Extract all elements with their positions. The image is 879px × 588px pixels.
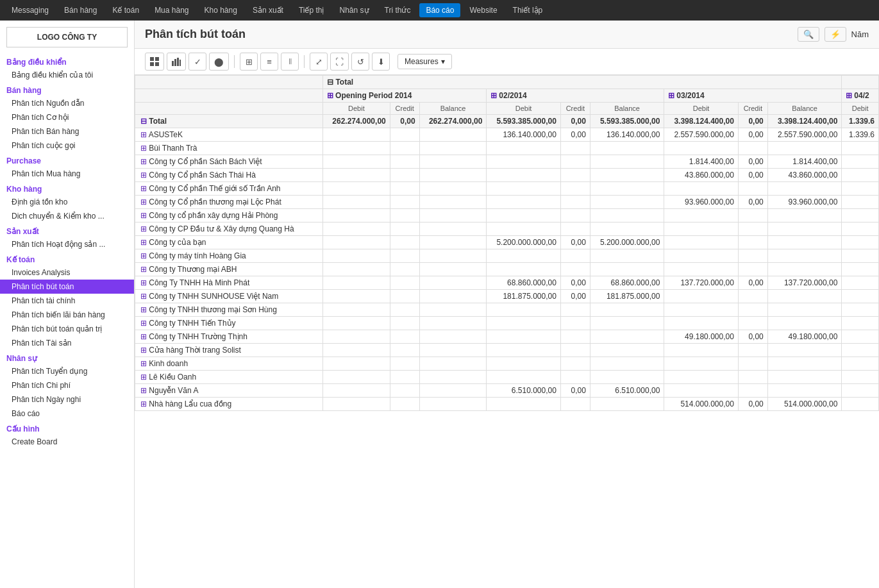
row-expand-icon[interactable]: ⊞ xyxy=(140,224,149,233)
expand-btn[interactable]: ⤢ xyxy=(310,53,328,71)
sidebar-item-phantichtaichinh[interactable]: Phân tích tài chính xyxy=(0,294,134,308)
sidebar: LOGO CÔNG TY Bảng điều khiển Bảng điều k… xyxy=(0,21,135,588)
row-entity-name: Công ty của bạn xyxy=(149,238,206,247)
sidebar-item-dinhgia[interactable]: Định giá tồn kho xyxy=(0,195,134,209)
view-table-btn[interactable] xyxy=(145,53,164,71)
nav-messaging[interactable]: Messaging xyxy=(5,3,55,17)
row-expand-icon[interactable]: ⊞ xyxy=(140,211,149,220)
search-button[interactable]: 🔍 xyxy=(798,27,819,42)
row-value-cell: 181.875.000,00 xyxy=(590,290,664,303)
row-value-cell xyxy=(767,236,842,249)
row-expand-icon[interactable]: ⊞ xyxy=(140,359,149,368)
row-expand-icon[interactable]: ⊞ xyxy=(140,238,149,247)
fullscreen-btn[interactable]: ⛶ xyxy=(330,53,349,71)
sidebar-item-banhang[interactable]: Phân tích Bán hàng xyxy=(0,124,134,139)
row-expand-icon[interactable]: ⊞ xyxy=(140,184,149,193)
nav-website[interactable]: Website xyxy=(463,3,503,17)
sidebar-item-ngaynghi[interactable]: Phân tích Ngày nghi xyxy=(0,392,134,407)
row-value-cell xyxy=(842,182,879,196)
filter-button[interactable]: ⚡ xyxy=(825,27,846,42)
nav-trithuc[interactable]: Tri thức xyxy=(378,3,417,17)
row-expand-icon[interactable]: ⊞ xyxy=(140,292,149,301)
sidebar-item-nguondan[interactable]: Phân tích Nguồn dẫn xyxy=(0,96,134,110)
nav-thietlap[interactable]: Thiết lập xyxy=(506,3,549,17)
sidebar-item-chiphi[interactable]: Phân tích Chi phí xyxy=(0,378,134,392)
row-value-cell xyxy=(390,344,419,357)
row-value-cell xyxy=(842,249,879,263)
row-expand-icon[interactable]: ⊞ xyxy=(140,305,149,314)
refresh-btn[interactable]: ↺ xyxy=(351,53,369,71)
row-value-cell xyxy=(664,142,739,155)
col-02-2014[interactable]: ⊞02/2014 xyxy=(487,89,664,103)
row-value-cell xyxy=(323,236,390,249)
row-expand-icon[interactable]: ⊟ xyxy=(140,117,149,126)
table-row: ⊞ Công ty Cổ phần Thế giới số Trần Anh xyxy=(135,182,879,196)
row-value-cell xyxy=(390,357,419,371)
table-row: ⊞ ASUSTeK136.140.000,000,00136.140.000,0… xyxy=(135,128,879,142)
row-expand-icon[interactable]: ⊞ xyxy=(140,265,149,274)
row-value-cell xyxy=(590,196,664,209)
row-value-cell: 0,00 xyxy=(738,330,767,344)
sidebar-item-phantichbuttoanqt[interactable]: Phân tích bút toán quản trị xyxy=(0,322,134,336)
row-label-cell: ⊞ ASUSTeK xyxy=(135,128,323,142)
sidebar-item-createboard[interactable]: Create Board xyxy=(0,435,134,449)
col-opening-period[interactable]: ⊞Opening Period 2014 xyxy=(323,89,487,103)
sidebar-item-muahang[interactable]: Phân tích Mua hàng xyxy=(0,167,134,181)
row-expand-icon[interactable]: ⊞ xyxy=(140,278,149,287)
row-value-cell xyxy=(738,249,767,263)
row-value-cell xyxy=(664,317,739,330)
view-grid-btn[interactable]: ⊞ xyxy=(240,53,258,71)
sidebar-item-phantichbuttoan[interactable]: Phân tích bút toán xyxy=(0,280,134,294)
year-selector[interactable]: Năm xyxy=(851,29,869,39)
col-04-partial[interactable]: ⊞04/2 xyxy=(842,89,879,103)
nav-baocao[interactable]: Báo cáo xyxy=(419,3,460,17)
row-expand-icon[interactable]: ⊞ xyxy=(140,157,149,166)
data-table-container[interactable]: ⊟ Total ⊞Opening Period 2014 ⊞02/2014 xyxy=(135,75,879,588)
nav-muahang[interactable]: Mua hàng xyxy=(148,3,195,17)
row-expand-icon[interactable]: ⊞ xyxy=(140,386,149,395)
nav-khohang[interactable]: Kho hàng xyxy=(198,3,244,17)
download-btn[interactable]: ⬇ xyxy=(372,53,390,71)
row-expand-icon[interactable]: ⊞ xyxy=(140,197,149,206)
nav-ketoan[interactable]: Kế toán xyxy=(106,3,146,17)
nav-banhang[interactable]: Bán hàng xyxy=(58,3,103,17)
nav-tiepthi[interactable]: Tiếp thị xyxy=(292,3,331,17)
sidebar-item-dichcuyen[interactable]: Dich chuyển & Kiểm kho ... xyxy=(0,209,134,223)
view-list-btn[interactable]: ≡ xyxy=(260,53,278,71)
measures-dropdown[interactable]: Measures ▾ xyxy=(398,54,452,69)
row-value-cell: 49.180.000,00 xyxy=(664,330,739,344)
col-03-2014[interactable]: ⊞03/2014 xyxy=(664,89,842,103)
row-expand-icon[interactable]: ⊞ xyxy=(140,171,149,180)
row-value-cell xyxy=(738,142,767,155)
table-row: ⊞ Nguyễn Văn A6.510.000,000,006.510.000,… xyxy=(135,384,879,398)
col-03-balance: Balance xyxy=(767,103,842,115)
row-entity-name: Công ty TNHH thương mại Sơn Hùng xyxy=(149,305,277,314)
sidebar-item-cuocgoi[interactable]: Phân tích cuộc gọi xyxy=(0,139,134,153)
row-expand-icon[interactable]: ⊞ xyxy=(140,399,149,408)
row-expand-icon[interactable]: ⊞ xyxy=(140,130,149,139)
sidebar-item-phantichtaisan[interactable]: Phân tích Tài sản xyxy=(0,336,134,350)
sidebar-item-invoices[interactable]: Invoices Analysis xyxy=(0,265,134,280)
sidebar-item-baocao[interactable]: Báo cáo xyxy=(0,407,134,421)
nav-sanxuat[interactable]: Sản xuất xyxy=(246,3,290,17)
row-value-cell: 5.593.385.000,00 xyxy=(487,115,561,128)
view-bar-btn[interactable] xyxy=(167,53,186,71)
sidebar-item-cohoi[interactable]: Phân tích Cơ hội xyxy=(0,110,134,124)
view-check-btn[interactable]: ✓ xyxy=(188,53,206,71)
view-columns-btn[interactable]: ⦀ xyxy=(281,53,299,71)
row-expand-icon[interactable]: ⊞ xyxy=(140,319,149,328)
row-expand-icon[interactable]: ⊞ xyxy=(140,373,149,382)
row-expand-icon[interactable]: ⊞ xyxy=(140,144,149,153)
row-expand-icon[interactable]: ⊞ xyxy=(140,332,149,341)
sidebar-item-hoatdongsan[interactable]: Phân tích Hoạt động sản ... xyxy=(0,237,134,251)
nav-nhansu[interactable]: Nhân sự xyxy=(333,3,376,17)
row-expand-icon[interactable]: ⊞ xyxy=(140,346,149,355)
svg-rect-7 xyxy=(180,60,181,66)
page-header: Phân tích bút toán 🔍 ⚡ Năm xyxy=(135,21,879,49)
sidebar-item-tuyendung[interactable]: Phân tích Tuyển dụng xyxy=(0,364,134,378)
sidebar-item-phantichbienlaibh[interactable]: Phân tích biến lãi bán hàng xyxy=(0,308,134,322)
sidebar-item-dashboard-mine[interactable]: Bảng điều khiển của tôi xyxy=(0,68,134,82)
sidebar-section-ketoan: Kế toán xyxy=(0,251,134,265)
row-expand-icon[interactable]: ⊞ xyxy=(140,251,149,260)
view-circle-btn[interactable]: ⬤ xyxy=(209,53,229,71)
